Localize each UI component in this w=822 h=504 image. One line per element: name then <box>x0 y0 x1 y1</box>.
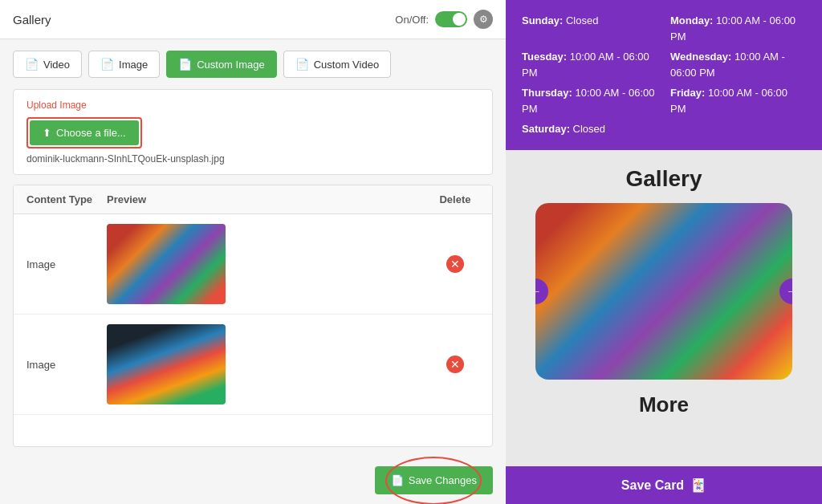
left-panel: Gallery On/Off: ⚙ 📄 Video 📄 Image 📄 Cust… <box>0 0 506 504</box>
gallery-preview: Gallery ← → More <box>506 150 822 446</box>
col-header-delete: Delete <box>431 193 479 205</box>
hours-tuesday: Tuesday: 10:00 AM - 06:00 PM <box>522 49 657 80</box>
row1-delete-button[interactable]: ✕ <box>446 255 464 273</box>
hours-grid: Sunday: Closed Monday: 10:00 AM - 06:00 … <box>522 13 806 137</box>
toggle-area: On/Off: ⚙ <box>395 10 493 29</box>
thursday-label: Thursday: <box>522 87 572 99</box>
save-card-label: Save Card <box>621 478 684 493</box>
content-table: Content Type Preview Delete Image ✕ Imag… <box>13 185 493 447</box>
hours-wednesday: Wednesday: 10:00 AM - 06:00 PM <box>670 49 806 80</box>
friday-label: Friday: <box>670 87 705 99</box>
row2-type-label: Image <box>26 359 55 371</box>
row2-preview <box>107 324 431 404</box>
save-changes-button[interactable]: 📄 Save Changes <box>375 466 493 494</box>
tab-custom-image[interactable]: 📄 Custom Image <box>166 51 277 78</box>
row2-type: Image <box>26 359 107 371</box>
table-row: Image ✕ <box>14 315 492 415</box>
right-panel: Sunday: Closed Monday: 10:00 AM - 06:00 … <box>506 0 822 504</box>
page-title: Gallery <box>13 13 51 26</box>
row2-preview-image <box>107 324 226 404</box>
choose-file-wrapper: ⬆ Choose a file... <box>26 117 142 148</box>
hours-friday: Friday: 10:00 AM - 06:00 PM <box>670 85 806 116</box>
upload-section: Upload Image ⬆ Choose a file... dominik-… <box>13 89 493 175</box>
hours-saturday: Saturday: Closed <box>522 121 657 137</box>
row2-delete-cell: ✕ <box>431 356 479 373</box>
gallery-preview-title: Gallery <box>626 166 702 192</box>
tab-image[interactable]: 📄 Image <box>88 51 160 78</box>
toggle-label: On/Off: <box>395 14 429 26</box>
hours-section: Sunday: Closed Monday: 10:00 AM - 06:00 … <box>506 0 822 150</box>
tuesday-label: Tuesday: <box>522 51 567 63</box>
custom-image-tab-icon: 📄 <box>178 58 192 71</box>
filename-text: dominik-luckmann-SInhLTQouEk-unsplash.jp… <box>26 153 479 165</box>
video-tab-icon: 📄 <box>25 58 39 71</box>
tab-custom-image-label: Custom Image <box>197 59 265 71</box>
row1-type: Image <box>26 258 107 270</box>
row1-preview <box>107 224 431 304</box>
hours-thursday: Thursday: 10:00 AM - 06:00 PM <box>522 85 657 116</box>
wednesday-label: Wednesday: <box>670 51 731 63</box>
custom-video-tab-icon: 📄 <box>295 58 309 71</box>
containers-image-1 <box>107 224 226 304</box>
saturday-label: Saturday: <box>522 123 570 135</box>
tab-row: 📄 Video 📄 Image 📄 Custom Image 📄 Custom … <box>0 39 506 89</box>
sunday-hours: Closed <box>566 14 598 26</box>
containers-image-2 <box>107 324 226 404</box>
tab-custom-video-label: Custom Video <box>314 59 379 71</box>
hours-monday: Monday: 10:00 AM - 06:00 PM <box>670 13 806 44</box>
settings-icon[interactable]: ⚙ <box>474 10 493 29</box>
bottom-bar: 📄 Save Changes <box>0 457 506 504</box>
more-text: More <box>639 392 689 417</box>
table-header: Content Type Preview Delete <box>14 185 492 214</box>
tab-video-label: Video <box>43 59 70 71</box>
on-off-toggle[interactable] <box>435 11 467 27</box>
carousel-image <box>535 203 792 380</box>
monday-label: Monday: <box>670 14 713 26</box>
saturday-hours: Closed <box>573 123 605 135</box>
table-row: Image ✕ <box>14 214 492 315</box>
tab-video[interactable]: 📄 Video <box>13 51 82 78</box>
row1-delete-cell: ✕ <box>431 255 479 273</box>
col-header-preview: Preview <box>107 193 431 205</box>
image-carousel: ← → <box>535 203 792 380</box>
save-changes-label: Save Changes <box>409 474 477 486</box>
row1-preview-image <box>107 224 226 304</box>
save-changes-wrapper: 📄 Save Changes <box>375 466 493 494</box>
upload-label: Upload Image <box>26 100 479 111</box>
tab-image-label: Image <box>119 59 148 71</box>
choose-file-label: Choose a file... <box>56 127 126 139</box>
image-tab-icon: 📄 <box>100 58 114 71</box>
hours-sunday: Sunday: Closed <box>522 13 657 44</box>
save-card-button[interactable]: Save Card 🃏 <box>506 466 822 504</box>
sunday-label: Sunday: <box>522 14 563 26</box>
save-card-icon: 🃏 <box>690 478 706 493</box>
row1-type-label: Image <box>26 258 55 270</box>
col-header-type: Content Type <box>26 193 107 205</box>
row2-delete-button[interactable]: ✕ <box>446 356 464 373</box>
save-icon: 📄 <box>391 474 404 486</box>
tab-custom-video[interactable]: 📄 Custom Video <box>283 51 391 78</box>
upload-icon: ⬆ <box>43 127 51 139</box>
choose-file-button[interactable]: ⬆ Choose a file... <box>30 120 139 145</box>
top-bar: Gallery On/Off: ⚙ <box>0 0 506 39</box>
